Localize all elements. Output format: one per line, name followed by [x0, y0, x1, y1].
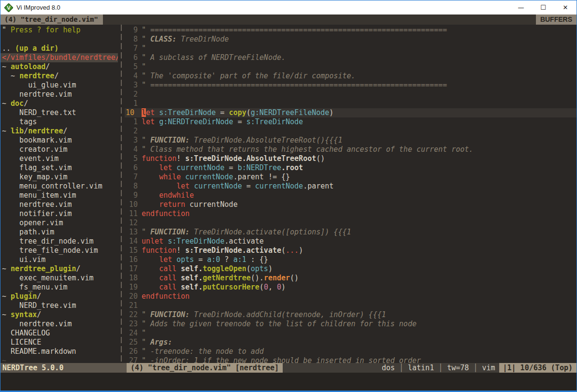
code-line[interactable]: 9" =====================================… [125, 26, 577, 35]
code-line[interactable]: 17 call self.toggleOpen(opts) [125, 264, 577, 274]
code-line[interactable]: 11endfunction [125, 209, 577, 218]
line-text: tree_dir_node.vim [2, 237, 94, 246]
code-line[interactable]: 15function! s:TreeDirNode.activate(...) [125, 246, 577, 255]
code-line[interactable]: 10 return currentNode [125, 200, 577, 209]
code-line[interactable]: 1let g:NERDTreeDirNode = s:TreeDirNode [125, 117, 577, 127]
code-line[interactable]: 2 [125, 90, 577, 99]
tree-help[interactable]: " Press ? for help [0, 26, 118, 35]
line-number: 8 [125, 182, 138, 191]
line-text: creator.vim [2, 145, 67, 154]
tree-dir-syntax[interactable]: ~ syntax/ [0, 310, 118, 319]
tree-file[interactable]: menu_item.vim [0, 191, 118, 200]
code-line[interactable]: 24" [125, 329, 577, 338]
code-line[interactable]: 27" -inOrder: 1 if the new node should b… [125, 356, 577, 363]
code-line[interactable]: 25" Args: [125, 338, 577, 347]
code-line[interactable]: 7 while currentNode.parent != {} [125, 173, 577, 182]
tree-dir-nerdtree[interactable]: ~ nerdtree/ [0, 72, 118, 81]
tree-file[interactable]: path.vim [0, 228, 118, 237]
tree-file[interactable]: bookmark.vim [0, 136, 118, 145]
empty-line-tilde[interactable]: ~ [0, 356, 118, 363]
buffers-label[interactable]: BUFFERS [536, 15, 577, 25]
line-number: 15 [125, 246, 138, 255]
close-button[interactable]: ✕ [554, 0, 577, 15]
code-line[interactable]: 7" [125, 44, 577, 53]
tree-file[interactable]: notifier.vim [0, 209, 118, 218]
tree-file[interactable]: nerdtree.vim [0, 90, 118, 99]
line-text: " -treenode: the node to add [142, 347, 577, 356]
window-split-separator[interactable] [118, 25, 125, 363]
line-number: 24 [125, 329, 138, 338]
code-line[interactable]: 1 [125, 99, 577, 108]
tree-file[interactable]: creator.vim [0, 145, 118, 154]
code-line[interactable]: 9 endwhile [125, 191, 577, 200]
code-line[interactable]: 4" The 'composite' part of the file/dir … [125, 72, 577, 81]
current-line[interactable]: 10let s:TreeDirNode = copy(g:NERDTreeFil… [125, 108, 577, 117]
code-line[interactable]: 8 let currentNode = currentNode.parent [125, 182, 577, 191]
code-line[interactable]: 26" -treenode: the node to add [125, 347, 577, 356]
statusline-separator: │ [395, 363, 408, 373]
tree-item[interactable] [0, 35, 118, 44]
code-line[interactable]: 8" CLASS: TreeDirNode [125, 35, 577, 44]
tree-file[interactable]: menu_controller.vim [0, 182, 118, 191]
tree-file[interactable]: tree_file_node.vim [0, 246, 118, 255]
code-line[interactable]: 2 [125, 127, 577, 136]
command-line[interactable] [0, 373, 577, 391]
tree-file[interactable]: fs_menu.vim [0, 283, 118, 292]
minimize-button[interactable]: — [510, 0, 532, 15]
tree-file[interactable]: CHANGELOG [0, 329, 118, 338]
tree-file[interactable]: NERD_tree.txt [0, 108, 118, 117]
code-line[interactable]: 4" Class method that returns the highest… [125, 145, 577, 154]
code-line[interactable]: 20endfunction [125, 292, 577, 301]
tree-file[interactable]: NERD_tree.vim [0, 301, 118, 310]
tree-file[interactable]: exec_menuitem.vim [0, 274, 118, 283]
tree-file[interactable]: ui.vim [0, 255, 118, 264]
code-line[interactable]: 23" Adds the given treenode to the list … [125, 319, 577, 329]
line-number: 10 [125, 108, 138, 117]
tree-file[interactable]: LICENCE [0, 338, 118, 347]
tree-file[interactable]: flag_set.vim [0, 163, 118, 173]
tree-file[interactable]: ui_glue.vim [0, 81, 118, 90]
line-text: key_map.vim [2, 173, 67, 181]
line-text: opener.vim [2, 218, 63, 227]
tree-dir-autoload[interactable]: ~ autoload/ [0, 62, 118, 72]
line-text: let opts = a:0 ? a:1 : {} [142, 255, 577, 264]
maximize-button[interactable]: ☐ [532, 0, 554, 15]
tree-dir-plugin[interactable]: ~ plugin/ [0, 292, 118, 301]
tree-file[interactable]: opener.vim [0, 218, 118, 228]
tab-tree-dir-node[interactable]: (4) "tree_dir_node.vim" [0, 15, 103, 25]
tree-root[interactable]: </vimfiles/bundle/nerdtree/ [0, 53, 118, 62]
tree-file[interactable]: key_map.vim [0, 173, 118, 182]
tree-file[interactable]: nerdtree.vim [0, 319, 118, 329]
code-line[interactable]: 6" A subclass of NERDTreeFileNode. [125, 53, 577, 62]
line-text: ui_glue.vim [2, 81, 76, 89]
tree-file[interactable]: tree_dir_node.vim [0, 237, 118, 246]
statusline-separator: │ [469, 363, 482, 373]
code-line[interactable]: 3" =====================================… [125, 81, 577, 90]
code-line[interactable]: 13" FUNCTION: TreeDirNode.activate([opti… [125, 228, 577, 237]
tree-dir-nerdtree-plugin[interactable]: ~ nerdtree_plugin/ [0, 264, 118, 274]
tree-file[interactable]: nerdtree.vim [0, 200, 118, 209]
code-line[interactable]: 12 [125, 218, 577, 228]
tree-dir-lib-nerdtree[interactable]: ~ lib/nerdtree/ [0, 127, 118, 136]
tree-file[interactable]: event.vim [0, 154, 118, 163]
code-line[interactable]: 3" FUNCTION: TreeDirNode.AbsoluteTreeRoo… [125, 136, 577, 145]
code-line[interactable]: 6 let currentNode = b:NERDTree.root [125, 163, 577, 173]
statusline-fill [283, 363, 382, 373]
code-line[interactable]: 21 [125, 301, 577, 310]
tree-up-dir[interactable]: .. (up a dir) [0, 44, 118, 53]
code-line[interactable]: 5" [125, 62, 577, 72]
statusline-right: dos │ latin1 │ tw=78 │ vim [382, 363, 499, 373]
code-line[interactable]: 14unlet s:TreeDirNode.activate [125, 237, 577, 246]
code-line[interactable]: 19 call self.putCursorHere(0, 0) [125, 283, 577, 292]
line-text [142, 90, 577, 99]
tree-file[interactable]: tags [0, 117, 118, 127]
code-line[interactable]: 16 let opts = a:0 ? a:1 : {} [125, 255, 577, 264]
line-text: nerdtree.vim [2, 200, 72, 209]
code-line[interactable]: 22" FUNCTION: TreeDirNode.addChild(treen… [125, 310, 577, 319]
filetype-indicator: vim [482, 363, 495, 373]
code-line[interactable]: 5function! s:TreeDirNode.AbsoluteTreeRoo… [125, 154, 577, 163]
tree-file[interactable]: README.markdown [0, 347, 118, 356]
code-line[interactable]: 18 call self.getNerdtree().render() [125, 274, 577, 283]
line-text: " The 'composite' part of the file/dir c… [142, 72, 577, 81]
tree-dir-doc[interactable]: ~ doc/ [0, 99, 118, 108]
